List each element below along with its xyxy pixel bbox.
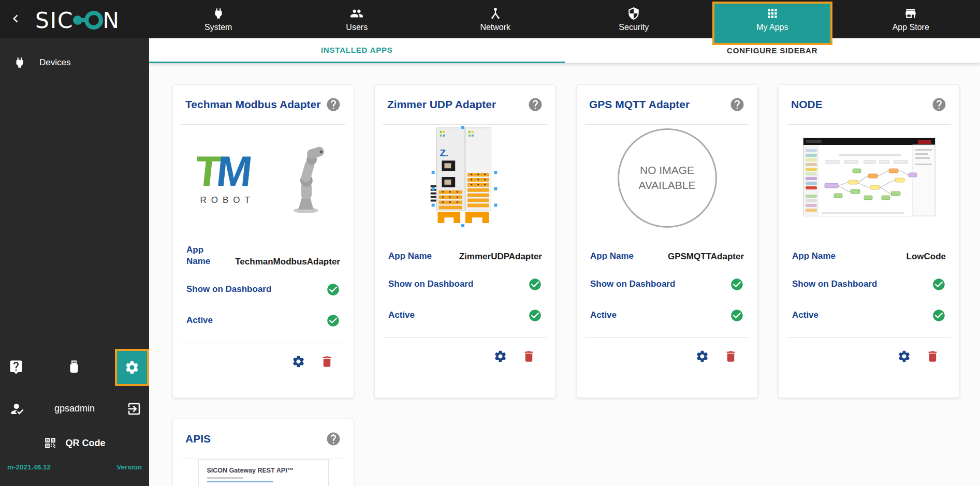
usb-icon[interactable] <box>66 359 82 375</box>
check-circle-icon[interactable] <box>730 277 744 291</box>
help-circle-icon <box>729 97 745 112</box>
app-card-actions <box>173 343 354 369</box>
check-circle-icon[interactable] <box>932 308 946 322</box>
app-card-header: Techman Modbus Adapter <box>173 85 354 124</box>
gear-icon[interactable] <box>291 355 305 369</box>
app-card-image: Z. <box>375 125 555 231</box>
trash-icon[interactable] <box>926 349 940 363</box>
no-image-text: NO IMAGE AVAILABLE <box>633 163 702 193</box>
app-card-image <box>779 125 959 231</box>
check-circle-icon[interactable] <box>326 283 340 297</box>
gear-icon[interactable] <box>493 349 507 363</box>
content-area: Techman Modbus Adapter T M ROBOT <box>149 63 980 486</box>
qr-code-label: QR Code <box>65 438 105 449</box>
show-on-dashboard-label: Show on Dashboard <box>792 278 877 290</box>
top-nav-label: Users <box>346 23 368 32</box>
app-name-value: LowCode <box>906 252 946 262</box>
gear-icon[interactable] <box>897 349 911 363</box>
top-nav-item-security[interactable]: Security <box>565 0 704 38</box>
show-on-dashboard-row: Show on Dashboard <box>590 275 744 293</box>
active-label: Active <box>186 315 213 326</box>
app-card: Techman Modbus Adapter T M ROBOT <box>172 84 354 398</box>
trash-icon[interactable] <box>320 355 334 369</box>
no-image-placeholder: NO IMAGE AVAILABLE <box>618 128 717 228</box>
gear-icon[interactable] <box>695 349 709 363</box>
zimmer-device-image: Z. <box>429 126 502 230</box>
app-card-header: Zimmer UDP Adapter <box>375 85 555 124</box>
app-name-row: App Name TechmanModbusAdapter <box>186 244 340 267</box>
top-nav-item-my-apps[interactable]: My Apps <box>703 0 842 38</box>
version-label: Version <box>116 463 142 486</box>
version-row: m-2021.46.12 Version <box>0 459 149 486</box>
app-card-header: GPS MQTT Adapter <box>577 85 757 124</box>
tab-installed-apps[interactable]: INSTALLED APPS <box>149 38 565 63</box>
top-nav-item-system[interactable]: System <box>149 0 288 38</box>
app-help-button[interactable] <box>729 97 745 112</box>
app-card: Zimmer UDP Adapter <box>374 84 556 398</box>
app-help-button[interactable] <box>326 431 341 447</box>
api-doc-link-line <box>207 481 273 482</box>
sidebar-item-devices[interactable]: Devices <box>0 50 149 76</box>
app-card-details: App Name TechmanModbusAdapter Show on Da… <box>173 231 354 343</box>
app-name-label: App Name <box>590 251 634 262</box>
trash-icon[interactable] <box>522 349 536 363</box>
app-card-title: Zimmer UDP Adapter <box>387 98 496 111</box>
tm-robot-logo-image: T M ROBOT <box>197 139 330 217</box>
app-help-button[interactable] <box>931 97 947 112</box>
app-name-value: GPSMQTTAdapter <box>668 252 744 262</box>
help-circle-icon <box>931 97 947 112</box>
app-name-label: App Name <box>388 251 432 262</box>
active-label: Active <box>792 310 818 321</box>
network-icon <box>489 7 502 20</box>
app-help-button[interactable] <box>528 97 543 112</box>
app-card-actions <box>375 338 555 363</box>
api-doc-title: SICON Gateway REST API™ <box>207 467 320 474</box>
logo-text-left: SIC <box>35 8 74 33</box>
show-on-dashboard-label: Show on Dashboard <box>590 278 675 290</box>
active-label: Active <box>388 310 415 321</box>
check-circle-icon[interactable] <box>528 308 542 322</box>
app-name-row: App Name GPSMQTTAdapter <box>590 244 744 262</box>
help-bubble-icon[interactable] <box>8 359 24 375</box>
app-help-button[interactable] <box>326 97 341 112</box>
app-card-details: App Name ZimmerUDPAdapter Show on Dashbo… <box>375 231 555 337</box>
shield-icon <box>627 7 640 20</box>
logout-icon[interactable] <box>126 401 142 417</box>
check-circle-icon[interactable] <box>528 277 542 291</box>
gear-icon <box>124 360 140 375</box>
app-card-header: APIS <box>173 419 354 459</box>
top-nav-label: System <box>204 23 232 32</box>
app-card-title: APIS <box>185 433 211 445</box>
tabs-bar: INSTALLED APPS CONFIGURE SIDEBAR <box>149 38 980 63</box>
chevron-left-icon <box>8 11 23 26</box>
app-name-value: ZimmerUDPAdapter <box>459 252 542 262</box>
show-on-dashboard-label: Show on Dashboard <box>186 284 271 295</box>
api-doc-preview: SICON Gateway REST API™ <box>198 459 329 486</box>
app-name-row: App Name ZimmerUDPAdapter <box>388 244 542 262</box>
back-button[interactable] <box>6 9 25 30</box>
qr-code-button[interactable]: QR Code <box>0 427 149 459</box>
zimmer-device-graphic: Z. <box>429 126 502 228</box>
show-on-dashboard-row: Show on Dashboard <box>792 275 946 293</box>
settings-button[interactable] <box>115 349 149 386</box>
active-row: Active <box>186 312 340 329</box>
check-circle-icon[interactable] <box>730 308 744 322</box>
top-nav-item-app-store[interactable]: App Store <box>842 0 980 38</box>
node-red-editor-graphic <box>803 138 935 216</box>
top-nav-item-network[interactable]: Network <box>426 0 565 38</box>
check-circle-icon[interactable] <box>932 277 946 291</box>
qr-code-icon <box>43 436 57 450</box>
app-name-value: TechmanModbusAdapter <box>235 257 340 267</box>
check-circle-icon[interactable] <box>326 314 340 328</box>
top-nav-item-users[interactable]: Users <box>288 0 427 38</box>
plug-icon <box>212 7 225 20</box>
help-circle-icon <box>326 97 341 112</box>
version-value: m-2021.46.12 <box>7 463 51 486</box>
node-red-editor-image <box>803 138 935 218</box>
trash-icon[interactable] <box>724 349 738 363</box>
help-circle-icon <box>326 431 341 447</box>
app-card-image: NO IMAGE AVAILABLE <box>577 125 757 231</box>
top-navigation-bar: System Users Network Security My Apps Ap… <box>149 0 980 38</box>
users-icon <box>350 7 363 20</box>
app-card-title: Techman Modbus Adapter <box>185 98 320 111</box>
